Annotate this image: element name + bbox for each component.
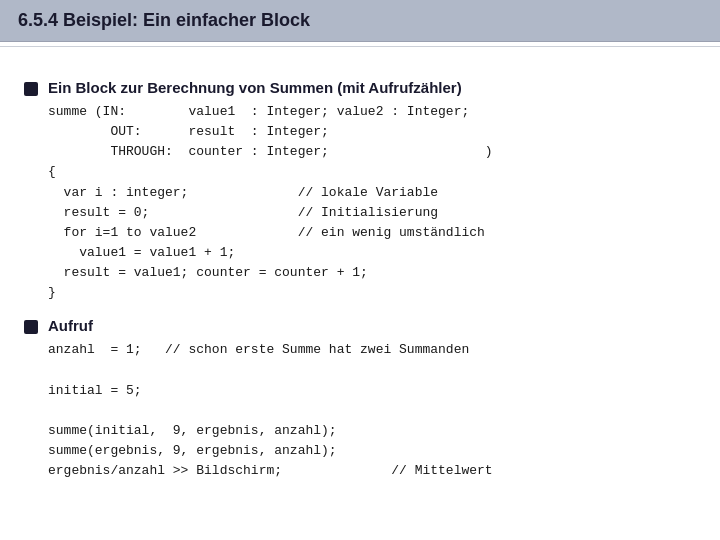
section-2: Aufruf anzahl = 1; // schon erste Summe …: [24, 317, 696, 481]
bullet-2: [24, 320, 38, 334]
header-divider: [0, 46, 720, 47]
section2-label: Aufruf: [48, 317, 93, 334]
section1-header-row: Ein Block zur Berechnung von Summen (mit…: [24, 79, 696, 96]
section1-code: summe (IN: value1 : Integer; value2 : In…: [48, 102, 696, 303]
section-1: Ein Block zur Berechnung von Summen (mit…: [24, 79, 696, 303]
section2-header-row: Aufruf: [24, 317, 696, 334]
slide-header: 6.5.4 Beispiel: Ein einfacher Block: [0, 0, 720, 42]
slide-title: 6.5.4 Beispiel: Ein einfacher Block: [18, 10, 310, 30]
slide-content: Ein Block zur Berechnung von Summen (mit…: [0, 61, 720, 513]
section1-label: Ein Block zur Berechnung von Summen (mit…: [48, 79, 462, 96]
section2-code: anzahl = 1; // schon erste Summe hat zwe…: [48, 340, 696, 481]
bullet-1: [24, 82, 38, 96]
